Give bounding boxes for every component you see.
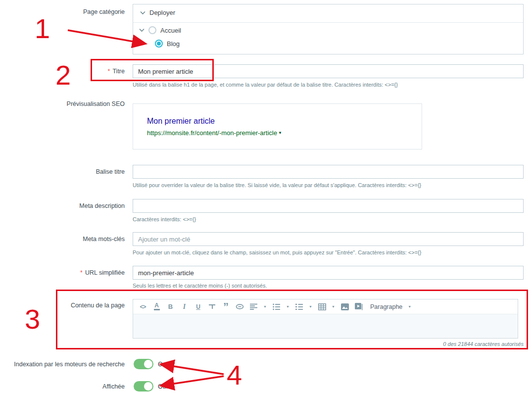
- meta-description-input[interactable]: [133, 199, 524, 213]
- align-icon[interactable]: [249, 302, 258, 311]
- meta-keywords-help: Pour ajouter un mot-clé, cliquez dans le…: [133, 249, 421, 255]
- meta-description-label: Meta description: [0, 202, 125, 209]
- annotation-arrow-to-displayed-toggle: [161, 376, 224, 386]
- meta-title-input[interactable]: [133, 165, 524, 179]
- strikethrough-icon[interactable]: [208, 302, 216, 311]
- displayed-toggle-state: Oui: [158, 383, 167, 390]
- tree-item-blog[interactable]: Blog: [155, 40, 180, 48]
- indexation-toggle-label: Indexation par les moteurs de recherche: [0, 361, 125, 368]
- indexation-toggle[interactable]: [134, 359, 153, 369]
- tree-divider: [133, 22, 523, 23]
- caret-down-icon[interactable]: [408, 302, 411, 311]
- seo-preview-label: Prévisualisation SEO: [0, 100, 125, 107]
- meta-title-label: Balise titre: [0, 168, 125, 175]
- caret-down-icon[interactable]: [286, 302, 290, 311]
- cms-page-form: Page catégorie Deployer Accueil Blog *Ti…: [0, 0, 532, 393]
- seo-result-url: https://monsite.fr/content/-mon-premier-…: [147, 129, 282, 137]
- editor-toolbar: A: [133, 299, 518, 314]
- annotation-step-1: 1: [35, 15, 50, 43]
- indexation-toggle-state: Oui: [158, 361, 167, 368]
- annotation-step-3: 3: [25, 305, 40, 333]
- underline-icon[interactable]: [194, 302, 202, 311]
- radio-accueil[interactable]: [148, 26, 156, 34]
- code-icon[interactable]: [139, 302, 147, 311]
- meta-description-help: Caractères interdits: <>={}: [133, 216, 196, 222]
- ordered-list-icon[interactable]: [295, 302, 303, 311]
- chevron-down-icon[interactable]: [140, 11, 145, 15]
- meta-title-help: Utilisé pour overrider la valeur de la b…: [133, 182, 421, 188]
- rich-text-editor: A: [133, 299, 518, 339]
- tree-item-accueil[interactable]: Accueil: [139, 26, 181, 34]
- bold-icon[interactable]: [166, 302, 175, 311]
- category-tree: Deployer Accueil Blog: [133, 4, 524, 54]
- character-counter: 0 des 21844 caractères autorisés: [133, 341, 524, 347]
- editor-content-area[interactable]: [133, 314, 518, 338]
- paragraph-format-dropdown[interactable]: Paragraphe: [370, 302, 402, 311]
- title-input[interactable]: [133, 64, 524, 78]
- meta-keywords-label: Meta mots-clés: [0, 236, 125, 243]
- radio-blog-selected[interactable]: [155, 40, 163, 48]
- seo-preview-box: Mon premier article https://monsite.fr/c…: [133, 103, 422, 149]
- category-label: Page catégorie: [0, 8, 125, 15]
- annotation-arrow-to-indexation-toggle: [161, 364, 224, 374]
- displayed-toggle[interactable]: [134, 381, 153, 392]
- required-asterisk: *: [108, 68, 110, 75]
- title-help: Utilisé dans la balise h1 de la page, et…: [133, 82, 398, 88]
- displayed-toggle-label: Affichée: [0, 383, 125, 390]
- unordered-list-icon[interactable]: [272, 302, 281, 311]
- chevron-down-icon[interactable]: [139, 28, 145, 32]
- content-label: Contenu de la page: [0, 302, 125, 309]
- toggle-knob[interactable]: [144, 382, 152, 391]
- caret-down-icon[interactable]: [263, 302, 267, 311]
- link-icon[interactable]: [236, 302, 244, 311]
- required-asterisk: *: [80, 269, 83, 276]
- annotation-step-4: 4: [227, 361, 242, 389]
- tree-item-label[interactable]: Blog: [167, 40, 180, 48]
- italic-icon[interactable]: [180, 302, 189, 311]
- friendly-url-help: Seuls les lettres et le caractère moins …: [133, 283, 267, 289]
- friendly-url-input[interactable]: [133, 266, 524, 280]
- caret-down-icon[interactable]: [309, 302, 312, 311]
- title-label: *Titre: [0, 68, 125, 75]
- table-icon[interactable]: [318, 302, 326, 311]
- blockquote-icon[interactable]: [222, 302, 230, 311]
- tree-item-label[interactable]: Accueil: [160, 27, 181, 34]
- tree-collapse-row[interactable]: Deployer: [140, 9, 175, 16]
- annotation-step-2: 2: [55, 61, 71, 89]
- toggle-knob[interactable]: [144, 360, 152, 368]
- caret-down-icon: ▼: [278, 131, 282, 135]
- media-icon[interactable]: [354, 302, 363, 311]
- tree-collapse-label[interactable]: Deployer: [149, 9, 175, 16]
- caret-down-icon[interactable]: [332, 302, 335, 311]
- friendly-url-label: *URL simplifiée: [0, 269, 125, 276]
- meta-keywords-input[interactable]: [133, 232, 524, 246]
- image-icon[interactable]: [340, 302, 349, 311]
- seo-result-title[interactable]: Mon premier article: [147, 117, 215, 126]
- text-color-icon[interactable]: A: [152, 302, 161, 311]
